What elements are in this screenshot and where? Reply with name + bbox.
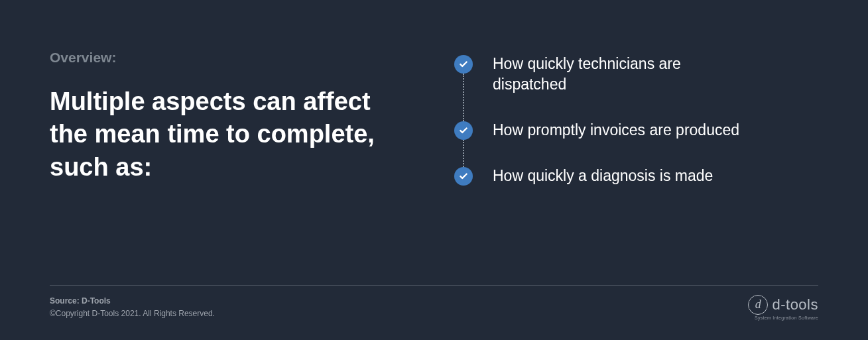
overview-label: Overview:	[50, 50, 388, 66]
list-item: How quickly technicians are dispatched	[454, 55, 818, 95]
list-item: How quickly a diagnosis is made	[454, 167, 818, 186]
check-circle-icon	[454, 121, 473, 140]
list-item: How promptly invoices are produced	[454, 121, 818, 141]
logo-main: d d-tools	[748, 295, 818, 315]
logo-circle-icon: d	[748, 295, 768, 315]
check-circle-icon	[454, 167, 473, 186]
footer: Source: D-Tools ©Copyright D-Tools 2021.…	[50, 285, 818, 320]
main-heading: Multiple aspects can affect the mean tim…	[50, 85, 388, 184]
copyright-text: ©Copyright D-Tools 2021. All Rights Rese…	[50, 308, 215, 320]
bullet-text: How quickly a diagnosis is made	[473, 166, 713, 186]
bullet-text: How promptly invoices are produced	[473, 120, 739, 141]
main-content: Overview: Multiple aspects can affect th…	[50, 50, 818, 272]
connector-line	[463, 140, 464, 167]
logo-tagline: System Integration Software	[755, 315, 818, 320]
bullet-text: How quickly technicians are dispatched	[473, 54, 751, 95]
logo-text: d-tools	[772, 296, 818, 313]
footer-text: Source: D-Tools ©Copyright D-Tools 2021.…	[50, 295, 215, 320]
right-panel: How quickly technicians are dispatched H…	[408, 50, 818, 272]
left-panel: Overview: Multiple aspects can affect th…	[50, 50, 408, 272]
bullet-list: How quickly technicians are dispatched H…	[454, 55, 818, 186]
logo: d d-tools System Integration Software	[748, 295, 818, 320]
source-label: Source: D-Tools	[50, 295, 215, 308]
connector-line	[463, 74, 464, 121]
check-circle-icon	[454, 55, 473, 74]
